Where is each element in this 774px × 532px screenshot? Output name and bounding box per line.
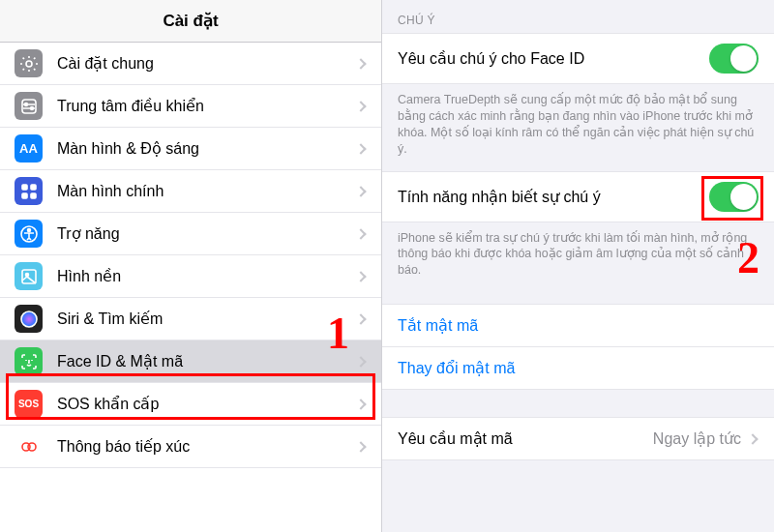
- svg-point-0: [26, 61, 32, 67]
- footer-attention-aware: iPhone sẽ kiểm tra sự chú ý trước khi là…: [382, 222, 774, 293]
- sidebar-item-label: Trợ năng: [57, 224, 357, 243]
- sidebar-item-6[interactable]: Siri & Tìm kiếm: [0, 298, 381, 340]
- toggle-attention-aware[interactable]: [709, 182, 759, 212]
- sidebar-item-label: Hình nền: [57, 267, 357, 285]
- sidebar-item-9[interactable]: Thông báo tiếp xúc: [0, 426, 381, 468]
- sidebar-item-label: Siri & Tìm kiếm: [57, 310, 357, 328]
- svg-point-9: [27, 228, 30, 231]
- sidebar-item-2[interactable]: AAMàn hình & Độ sáng: [0, 128, 381, 170]
- AA-icon: AA: [15, 134, 43, 163]
- chevron-right-icon: [355, 228, 366, 239]
- chevron-right-icon: [355, 186, 366, 196]
- row-value: Ngay lập tức: [653, 429, 741, 448]
- detail-pane: CHÚ Ý Yêu cầu chú ý cho Face ID Camera T…: [382, 0, 774, 532]
- sidebar-item-label: Trung tâm điều khiển: [57, 97, 357, 115]
- exposure-icon: [15, 432, 43, 460]
- chevron-right-icon: [355, 143, 366, 154]
- chevron-right-icon: [355, 399, 366, 409]
- svg-point-3: [30, 106, 33, 109]
- row-require-passcode[interactable]: Yêu cầu mật mã Ngay lập tức: [382, 417, 774, 460]
- sidebar-item-label: Màn hình & Độ sáng: [57, 139, 357, 158]
- sidebar-list: Cài đặt chungTrung tâm điều khiểnAAMàn h…: [0, 43, 381, 468]
- svg-rect-1: [22, 100, 36, 113]
- sidebar-item-label: SOS khẩn cấp: [57, 395, 357, 413]
- svg-rect-7: [31, 193, 36, 198]
- sidebar-item-8[interactable]: SOSSOS khẩn cấp: [0, 383, 381, 426]
- row-label: Yêu cầu mật mã: [398, 429, 653, 448]
- wallpaper-icon: [15, 262, 43, 290]
- svg-rect-4: [22, 185, 27, 190]
- sidebar-item-4[interactable]: Trợ năng: [0, 213, 381, 255]
- svg-point-12: [21, 311, 37, 327]
- settings-sidebar: Cài đặt Cài đặt chungTrung tâm điều khiể…: [0, 0, 382, 532]
- chevron-right-icon: [747, 433, 758, 444]
- chevron-right-icon: [355, 58, 366, 69]
- svg-rect-6: [22, 193, 27, 198]
- link-turn-off-passcode[interactable]: Tắt mật mã: [382, 304, 774, 347]
- row-label: Yêu cầu chú ý cho Face ID: [398, 49, 709, 68]
- access-icon: [15, 220, 43, 248]
- sidebar-item-label: Face ID & Mật mã: [57, 352, 357, 370]
- faceid-icon: [15, 347, 43, 375]
- footer-require-attention: Camera TrueDepth sẽ cung cấp một mức độ …: [382, 84, 774, 171]
- section-header-attention: CHÚ Ý: [382, 0, 774, 33]
- gear-icon: [15, 49, 43, 77]
- chevron-right-icon: [355, 313, 366, 324]
- toggle-require-attention-faceid[interactable]: [709, 44, 759, 74]
- sidebar-header: Cài đặt: [0, 0, 381, 43]
- chevron-right-icon: [355, 271, 366, 281]
- SOS-icon: SOS: [15, 390, 43, 418]
- link-change-passcode[interactable]: Thay đổi mật mã: [382, 347, 774, 390]
- chevron-right-icon: [355, 101, 366, 111]
- sidebar-item-1[interactable]: Trung tâm điều khiển: [0, 85, 381, 128]
- siri-icon: [15, 305, 43, 333]
- sidebar-item-label: Cài đặt chung: [57, 54, 357, 73]
- sidebar-title: Cài đặt: [163, 11, 218, 31]
- grid-icon: [15, 177, 43, 205]
- chevron-right-icon: [355, 356, 366, 367]
- svg-point-2: [24, 103, 27, 105]
- sidebar-item-label: Thông báo tiếp xúc: [57, 437, 357, 456]
- row-attention-aware[interactable]: Tính năng nhận biết sự chú ý: [382, 171, 774, 222]
- sidebar-item-3[interactable]: Màn hình chính: [0, 170, 381, 213]
- sidebar-item-label: Màn hình chính: [57, 183, 357, 200]
- svg-rect-5: [31, 185, 36, 190]
- sidebar-item-7[interactable]: Face ID & Mật mã: [0, 340, 381, 383]
- row-label: Tính năng nhận biết sự chú ý: [398, 188, 709, 206]
- sidebar-item-5[interactable]: Hình nền: [0, 255, 381, 298]
- chevron-right-icon: [355, 441, 366, 452]
- sliders-icon: [15, 92, 43, 120]
- row-require-attention-faceid[interactable]: Yêu cầu chú ý cho Face ID: [382, 33, 774, 84]
- sidebar-item-0[interactable]: Cài đặt chung: [0, 43, 381, 85]
